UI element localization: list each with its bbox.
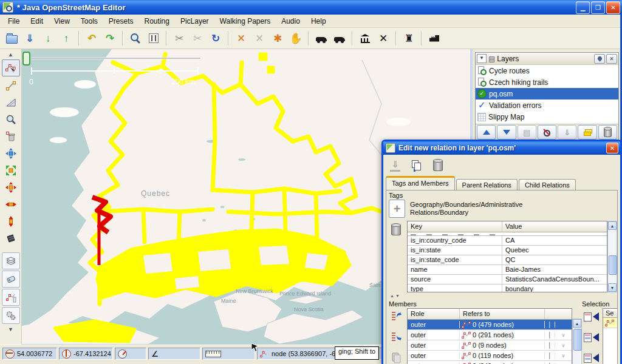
delete-tag-button[interactable] [388, 222, 404, 238]
link-column-header[interactable] [545, 309, 572, 319]
draw-node-tool-button[interactable] [2, 78, 19, 93]
map-settings-toggle-button[interactable] [2, 307, 20, 324]
key-column-header[interactable]: Key [408, 221, 502, 232]
menu-audio[interactable]: Audio [276, 15, 306, 27]
unglue-ways-button[interactable]: ✂ [170, 30, 188, 47]
minimize-button[interactable]: ▁ [576, 1, 590, 14]
tag-row[interactable]: typeboundary [408, 285, 607, 292]
delete-tool-button[interactable] [2, 129, 19, 144]
bank-button[interactable] [356, 30, 374, 47]
redo-button[interactable]: ↷ [101, 30, 119, 47]
members-table-header[interactable]: Role Refers to [408, 309, 572, 320]
sticky-pin-button[interactable] [594, 54, 605, 64]
dialog-titlebar[interactable]: Edit new relation in layer 'pq.osm' ✕ [383, 141, 620, 155]
measure-tool-button[interactable] [2, 95, 19, 110]
move-tool-button[interactable] [2, 146, 19, 161]
menu-presets[interactable]: Presets [103, 15, 139, 27]
show-hide-layer-button[interactable] [538, 125, 556, 140]
unglue-node-button[interactable]: ✱ [268, 30, 287, 47]
tag-row[interactable]: is_in:stateQuebec [408, 246, 607, 255]
member-row[interactable]: outer0 (479 nodes)│ [408, 320, 572, 330]
menu-edit[interactable]: Edit [25, 15, 49, 27]
members-scrollbar[interactable]: ▲ [572, 318, 582, 364]
member-row[interactable]: outer0 (119 nodes)│∨ [408, 351, 572, 361]
add-member-before-button[interactable] [388, 308, 404, 324]
selection-column-header[interactable]: Se [603, 309, 618, 318]
delete-relation-button[interactable] [429, 157, 446, 174]
dialog-close-button[interactable]: ✕ [606, 143, 618, 153]
tags-table-header[interactable]: Key Value [408, 221, 607, 232]
tag-row[interactable]: is_in:state_codeQC [408, 255, 607, 265]
scale-tool-button[interactable] [2, 163, 19, 178]
activate-layer-button[interactable]: ▤ [518, 125, 536, 140]
menu-file[interactable]: File [2, 15, 25, 27]
add-selection-at-start-button[interactable] [582, 309, 600, 324]
add-tag-button[interactable]: + [389, 200, 405, 218]
duplicate-relation-button[interactable] [408, 157, 425, 174]
scroll-up-button[interactable]: ▲ [573, 319, 581, 328]
split-way-button[interactable]: ✂ [188, 30, 207, 47]
mirror-vertical-tool-button[interactable] [2, 214, 19, 229]
parking-button[interactable] [312, 30, 330, 47]
move-layer-down-button[interactable] [497, 125, 516, 140]
member-row[interactable]: outer0 (9 nodes)│∨ [408, 340, 572, 351]
search-button[interactable] [126, 30, 145, 47]
add-selection-after-button[interactable] [582, 351, 600, 364]
scroll-down-button[interactable]: ▼ [608, 283, 617, 292]
undo-button[interactable]: ↶ [83, 30, 101, 47]
panel-menu-button[interactable]: ▼ [477, 54, 487, 63]
download-data-button[interactable]: ⇓ [21, 30, 39, 47]
open-button[interactable] [2, 30, 21, 47]
scroll-up-button[interactable]: ▲ [608, 221, 617, 230]
menu-help[interactable]: Help [306, 15, 332, 27]
car-button[interactable] [330, 30, 349, 47]
castle-button[interactable]: ♜ [400, 30, 418, 47]
combine-ways-button[interactable]: ✕ [232, 30, 250, 47]
add-member-after-button[interactable] [388, 329, 404, 345]
pan-button[interactable]: ✋ [287, 30, 305, 47]
sidebar-scroll-down-button[interactable]: ▼ [2, 325, 19, 333]
menu-tools[interactable]: Tools [75, 15, 103, 27]
zoom-tool-button[interactable] [2, 112, 19, 127]
relation-editor-toggle-button[interactable] [2, 289, 20, 306]
merge-nodes-button[interactable]: ✕ [250, 30, 268, 47]
tag-row[interactable]: is_in:country_codeCA [408, 236, 607, 246]
apply-changes-button[interactable] [387, 157, 403, 174]
value-column-header[interactable]: Value [502, 221, 607, 232]
member-row[interactable]: outer0 (291 nodes)│∨ [408, 330, 572, 340]
close-button[interactable]: ✕ [606, 1, 620, 14]
select-tool-button[interactable] [2, 59, 20, 76]
layer-row-slippy-map[interactable]: Slippy Map [476, 111, 618, 123]
create-grid-tool-button[interactable] [2, 231, 19, 246]
restaurant-button[interactable]: ✕ [374, 30, 392, 47]
merge-layer-button[interactable]: ⇓ [558, 125, 576, 140]
move-layer-up-button[interactable] [477, 125, 496, 140]
selection-row[interactable] [603, 318, 618, 328]
menu-routing[interactable]: Routing [139, 15, 175, 27]
restore-button[interactable]: ❐ [591, 1, 605, 14]
member-row[interactable]: outer0 (243 nodes)│∨ [408, 361, 572, 364]
rotate-tool-button[interactable] [2, 180, 19, 195]
tab-child-relations[interactable]: Child Relations [519, 179, 576, 190]
update-data-button[interactable]: ↻ [207, 30, 225, 47]
splitter-handle[interactable]: ▲▼ [386, 294, 617, 300]
menu-walking-papers[interactable]: Walking Papers [214, 15, 276, 27]
tag-row[interactable]: sourceStatisticsCanadaCensusBoun... [408, 275, 607, 285]
mirror-horizontal-tool-button[interactable] [2, 197, 19, 212]
scrollbar-thumb[interactable] [573, 329, 582, 351]
menu-view[interactable]: View [49, 15, 75, 27]
tag-row[interactable]: nameBaie-James [408, 265, 607, 275]
scrollbar-thumb[interactable] [609, 255, 617, 275]
delete-layer-button[interactable] [598, 125, 617, 140]
window-titlebar[interactable]: * Java OpenStreetMap Editor ▁ ❐ ✕ [0, 0, 622, 15]
download-gpx-button[interactable]: ↓ [39, 30, 57, 47]
layer-row-czech-hiking-trails[interactable]: Czech hiking trails [476, 76, 618, 88]
works-button[interactable] [425, 30, 443, 47]
sidebar-scroll-up-button[interactable]: ▲ [2, 50, 19, 58]
layer-row-cycle-routes[interactable]: Cycle routes [476, 65, 618, 76]
preferences-button[interactable] [145, 30, 163, 47]
duplicate-layer-button[interactable] [578, 125, 596, 140]
copy-members-button[interactable] [388, 349, 404, 364]
upload-button[interactable]: ↑ [57, 30, 75, 47]
layer-row-pq-osm[interactable]: pq.osm [476, 88, 618, 99]
